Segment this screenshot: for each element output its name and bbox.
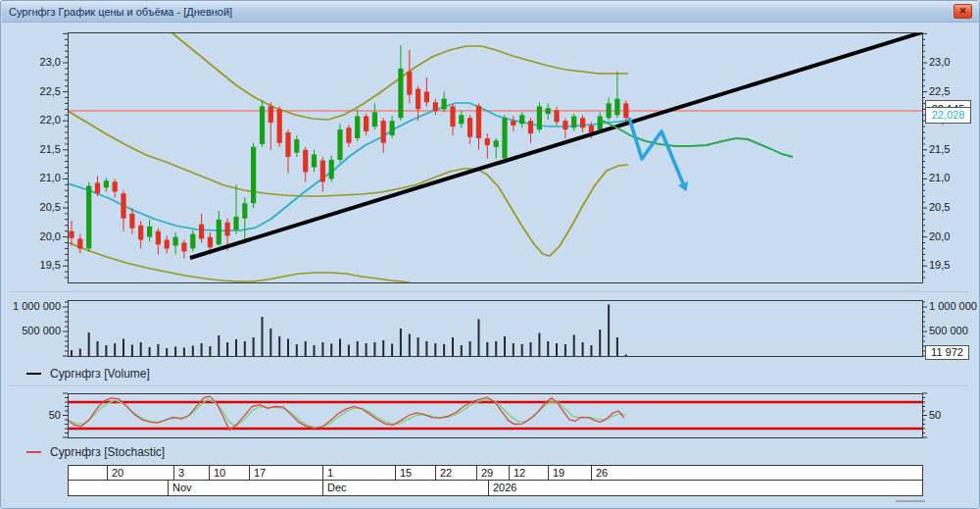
volume-bar: [608, 305, 610, 357]
volume-bar: [530, 342, 532, 356]
volume-bar: [504, 336, 506, 356]
volume-axis-label-right: 500 000: [929, 325, 968, 336]
candle-body: [623, 103, 628, 118]
stochastic-legend-label: Сургнфгз [Stochastic]: [50, 445, 165, 459]
title-bar[interactable]: Сургнфгз График цены и объёма - [Дневной…: [2, 1, 980, 23]
candle-body: [285, 132, 290, 157]
close-icon: ✕: [959, 6, 967, 16]
price-panel-border: [68, 32, 922, 282]
price-axis-label-right: 20,0: [929, 230, 950, 242]
candle-body: [355, 117, 360, 139]
volume-bar: [564, 344, 566, 356]
date-cell-month: Nov: [169, 481, 323, 495]
volume-bar: [157, 344, 159, 356]
candle-body: [320, 161, 325, 182]
candle-body: [459, 115, 464, 124]
volume-bar: [149, 347, 151, 356]
candle-body: [337, 129, 342, 160]
candle-body: [519, 115, 524, 124]
date-cell-day: 26: [592, 466, 924, 480]
candle-body: [181, 243, 186, 252]
volume-bar: [400, 329, 402, 356]
candle-body: [190, 234, 195, 249]
date-cell-month: 2026: [489, 481, 924, 495]
candle-body: [312, 155, 317, 168]
volume-bar: [183, 348, 185, 357]
volume-bar: [538, 333, 540, 357]
candle-body: [77, 238, 82, 248]
volume-bar: [192, 346, 194, 357]
volume-bar: [616, 337, 618, 356]
price-axis-label-right: 19,5: [929, 259, 950, 271]
volume-panel-border: [68, 300, 922, 356]
candle-body: [69, 231, 74, 238]
price-panel[interactable]: [68, 32, 922, 283]
candle-body: [416, 89, 420, 110]
price-axis-label-right: 22,5: [929, 85, 950, 97]
volume-bar: [131, 345, 133, 357]
down-arrow-head: [678, 181, 688, 191]
stochastic-panel[interactable]: [68, 396, 922, 430]
volume-bar: [140, 342, 142, 356]
candle-body: [277, 109, 282, 142]
volume-bar: [582, 342, 584, 356]
date-cell-day: 19: [549, 466, 592, 480]
candle-body: [208, 237, 213, 248]
volume-bar: [174, 347, 176, 357]
date-cell-month: [69, 481, 169, 495]
bollinger-upper-band: [172, 32, 628, 120]
volume-bar: [486, 342, 488, 356]
stochastic-d-line: [68, 399, 626, 427]
stochastic-panel-border: [68, 393, 922, 437]
candle-body: [113, 181, 118, 191]
candle-body: [251, 147, 256, 203]
candle-body: [86, 186, 91, 249]
volume-legend-label: Сургнфгз [Volume]: [50, 367, 150, 381]
candle-body: [173, 237, 178, 246]
candle-body: [165, 240, 170, 249]
date-cell-day: 1: [323, 466, 396, 480]
down-arrow-drawing[interactable]: [629, 118, 683, 183]
ma-value-box: 22,028: [925, 107, 971, 124]
resize-grip[interactable]: [896, 500, 925, 502]
close-button[interactable]: ✕: [954, 4, 972, 19]
volume-bar: [97, 341, 99, 356]
volume-bar: [373, 342, 375, 356]
date-cell-day: 15: [396, 466, 436, 480]
date-cell-day: [69, 466, 108, 480]
trend-line-drawing[interactable]: [190, 32, 922, 258]
date-axis-months[interactable]: NovDec2026: [68, 480, 923, 496]
volume-bar: [253, 337, 255, 356]
stochastic-legend: Сургнфгз [Stochastic]: [26, 444, 165, 460]
volume-bar: [218, 335, 220, 356]
forecast-line: [601, 120, 793, 157]
date-cell-day: 10: [210, 466, 250, 480]
date-cell-day: 29: [477, 466, 510, 480]
volume-bar: [305, 341, 307, 356]
date-cell-day: 20: [108, 466, 174, 480]
candle-body: [129, 214, 134, 229]
volume-bar: [339, 339, 341, 357]
stochastic-axis-label-right: 50: [929, 409, 941, 421]
volume-bar: [452, 337, 454, 356]
price-axis-label-left: 19,5: [5, 259, 61, 271]
chart-window: Сургнфгз График цены и объёма - [Дневной…: [0, 0, 980, 509]
date-axis-days[interactable]: 20310171152229121926: [68, 465, 923, 481]
volume-bar: [201, 343, 203, 356]
candle-body: [424, 92, 429, 103]
candle-body: [407, 72, 412, 95]
volume-bar: [434, 343, 436, 356]
date-cell-day: 3: [174, 466, 210, 480]
volume-bar: [122, 339, 124, 357]
volume-bar: [348, 345, 350, 357]
volume-bar: [382, 340, 384, 356]
candle-body: [294, 139, 299, 153]
volume-panel[interactable]: [71, 305, 627, 357]
charts-canvas[interactable]: [1, 1, 980, 509]
candle-body: [225, 223, 230, 236]
stochastic-k-line: [68, 396, 624, 430]
candle-body: [104, 180, 109, 187]
volume-bar: [461, 345, 463, 356]
date-cell-month: Dec: [323, 481, 489, 495]
candle-body: [156, 231, 161, 245]
